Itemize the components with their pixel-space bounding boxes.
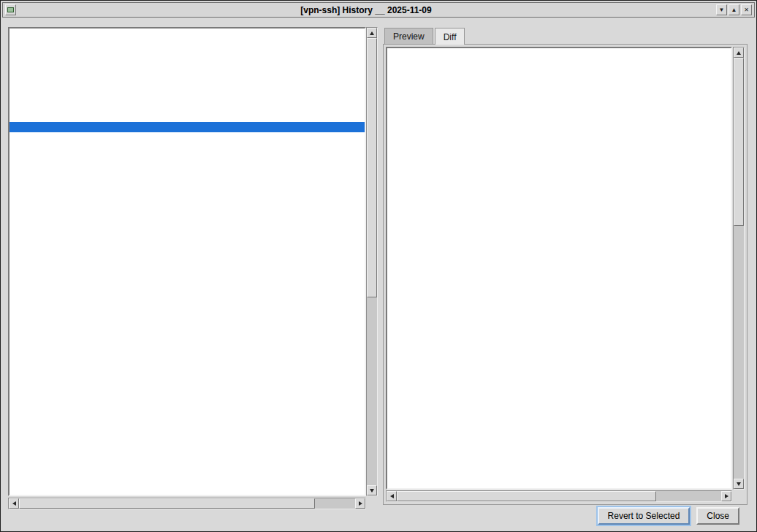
footer-actions: Revert to Selected Close xyxy=(598,507,739,525)
diff-line: What is it? xyxy=(391,96,731,108)
scrollbar-thumb[interactable] xyxy=(397,491,656,501)
scroll-down-button[interactable] xyxy=(734,479,744,489)
history-list-item[interactable]: v64 — 2025-11-09 19:03:16 AEDT · autosav… xyxy=(9,173,365,183)
diff-line: Bold xyxy=(391,248,731,260)
history-list-item[interactable]: v75 — 2025-11-10 10:42:28 AEDT · autosav… xyxy=(9,61,365,71)
scrollbar-thumb[interactable] xyxy=(734,58,744,226)
history-list-item[interactable]: v71 — 2025-11-10 10:41:20 AEDT · autosav… xyxy=(9,102,365,112)
scrollbar-track[interactable] xyxy=(397,491,721,501)
history-list-item[interactable]: v35 — 2025-11-09 16:11:06 AEDT · autosav… xyxy=(9,470,365,480)
history-list-item[interactable]: v51 — 2025-11-09 18:35:42 AEDT · autosav… xyxy=(9,306,365,316)
history-list-item[interactable]: v61 — 2025-11-09 18:57:44 AEDT · autosav… xyxy=(9,204,365,214)
history-list-item[interactable]: v54 — 2025-11-09 18:38:04 AEDT · autosav… xyxy=(9,276,365,286)
history-list-item[interactable]: v69 — 2025-11-10 07:59:37 AEDT · Uncheck… xyxy=(9,122,365,132)
titlebar[interactable]: [vpn-ssh] History __ 2025-11-09 ▼ ▲ ✕ xyxy=(2,2,755,18)
scrollbar-track[interactable] xyxy=(734,58,744,479)
tab-preview[interactable]: Preview xyxy=(384,28,433,44)
scroll-up-button[interactable] xyxy=(367,28,377,38)
history-list-item[interactable]: v67 — 2025-11-09 19:07:07 AEDT · autosav… xyxy=(9,142,365,153)
history-list-item[interactable]: v41 — 2025-11-09 16:16:09 AEDT · autosav… xyxy=(9,408,365,419)
history-horizontal-scrollbar[interactable] xyxy=(8,498,366,509)
scrollbar-thumb[interactable] xyxy=(19,498,315,509)
history-list-item[interactable]: v38 — 2025-11-09 16:13:57 AEDT · autosav… xyxy=(9,439,365,449)
diff-line xyxy=(391,143,731,155)
history-list-item[interactable]: v39 — 2025-11-09 16:14:56 AEDT · autosav… xyxy=(9,429,365,439)
diff-horizontal-scrollbar[interactable] xyxy=(386,490,732,502)
history-list-item[interactable]: v74 — 2025-11-10 10:42:03 AEDT · autosav… xyxy=(9,71,365,81)
app-icon-glyph xyxy=(7,7,14,12)
revert-to-selected-button[interactable]: Revert to Selected xyxy=(598,507,691,525)
version-history-list[interactable]: v78 — 2025-11-10 10:44:15 AEDT · autosav… xyxy=(8,27,366,496)
history-list-item[interactable]: v76 — 2025-11-10 10:42:41 AEDT · autosav… xyxy=(9,50,365,61)
maximize-button[interactable]: ▲ xyxy=(729,4,739,15)
history-list-item[interactable]: v44 — 2025-11-09 16:18:50 AEDT · autosav… xyxy=(9,378,365,388)
diff-line: can go here as well. xyxy=(391,307,731,319)
history-list-item[interactable]: v37 — 2025-11-09 16:13:04 AEDT · autosav… xyxy=(9,449,365,460)
history-list-item[interactable]: v66 — 2025-11-09 19:05:02 AEDT · autosav… xyxy=(9,153,365,163)
arrow-right-icon xyxy=(359,501,362,506)
diff-line: + Bouquin is a simple notepad editor whe… xyxy=(391,132,731,143)
maximize-icon: ▲ xyxy=(731,7,737,13)
scrollbar-thumb[interactable] xyxy=(367,38,377,297)
history-list-item[interactable]: v65 — 2025-11-09 19:04:34 AEDT · autosav… xyxy=(9,163,365,173)
minimize-button[interactable]: ▼ xyxy=(716,4,727,15)
scrollbar-track[interactable] xyxy=(367,38,377,485)
diff-line: @@ -22,18 +21,33 @@ xyxy=(391,272,731,284)
history-list-item[interactable]: v49 — 2025-11-09 18:34:29 AEDT · autosav… xyxy=(9,327,365,337)
tab-preview-label: Preview xyxy=(393,31,425,42)
diff-line: And basic code blocks xyxy=(391,295,731,307)
scroll-left-button[interactable] xyxy=(9,498,19,509)
diff-output[interactable]: --- current +++ selected @@ -2,7 +2,7 @@… xyxy=(386,47,732,490)
history-list-item[interactable]: v63 — 2025-11-09 19:00:13 AEDT · autosav… xyxy=(9,183,365,194)
history-list-item[interactable]: v58 — 2025-11-09 18:54:43 AEDT · autosav… xyxy=(9,235,365,245)
history-vertical-scrollbar[interactable] xyxy=(366,27,378,496)
scroll-right-button[interactable] xyxy=(721,491,731,501)
history-list-item[interactable]: v45 — 2025-11-09 18:28:13 AEDT · autosav… xyxy=(9,368,365,378)
history-list-item[interactable]: v33 — 2025-11-09 16:05:01 AEDT · autosav… xyxy=(9,490,365,496)
diff-line: - Bouquin is a simple notepad editor whe… xyxy=(391,120,731,132)
history-list-item[interactable]: v73 — 2025-11-10 10:41:42 AEDT · autosav… xyxy=(9,81,365,91)
scrollbar-track[interactable] xyxy=(19,498,355,509)
history-list-item[interactable]: v36 — 2025-11-09 16:12:36 AEDT · autosav… xyxy=(9,460,365,470)
diff-line: There is full version control via the 'V… xyxy=(391,482,731,490)
history-list-item[interactable]: v34 — 2025-11-09 16:05:20 AEDT · autosav… xyxy=(9,480,365,490)
history-list-item[interactable]: v40 — 2025-11-09 16:15:38 AEDT · autosav… xyxy=(9,419,365,429)
scroll-down-button[interactable] xyxy=(367,485,377,495)
history-list-item[interactable]: v55 — 2025-11-09 18:38:17 AEDT · autosav… xyxy=(9,265,365,276)
history-list-item[interactable]: v56 — 2025-11-09 18:41:20 AEDT · autosav… xyxy=(9,255,365,265)
history-list-item[interactable]: v68 — 2025-11-09 19:08:09 AEDT · autosav… xyxy=(9,132,365,142)
history-list-item[interactable]: v57 — 2025-11-09 18:54:36 AEDT · autosav… xyxy=(9,245,365,255)
scroll-up-button[interactable] xyxy=(734,48,744,58)
scroll-right-button[interactable] xyxy=(355,498,365,509)
history-list-item[interactable]: v48 — 2025-11-09 18:34:19 AEDT · autosav… xyxy=(9,337,365,347)
diff-line xyxy=(391,436,731,447)
history-list-item[interactable]: v53 — 2025-11-09 18:37:16 AEDT · autosav… xyxy=(9,286,365,296)
history-list-item[interactable]: v60 — 2025-11-09 18:56:51 AEDT · autosav… xyxy=(9,214,365,224)
history-list-item[interactable]: v62 — 2025-11-09 19:00:05 AEDT · autosav… xyxy=(9,194,365,204)
tab-diff[interactable]: Diff xyxy=(435,28,465,45)
scroll-left-button[interactable] xyxy=(387,491,397,501)
arrow-right-icon xyxy=(725,494,729,498)
history-list-item[interactable]: v42 — 2025-11-09 16:16:19 AEDT · autosav… xyxy=(9,398,365,408)
close-button-label: Close xyxy=(707,511,729,521)
history-list-item[interactable]: v59 — 2025-11-09 18:56:44 AEDT · autosav… xyxy=(9,224,365,235)
history-list-item[interactable]: v46 — 2025-11-09 18:31:07 AEDT · autosav… xyxy=(9,357,365,368)
app-icon[interactable] xyxy=(5,4,16,15)
history-list-item[interactable]: v43 — 2025-11-09 16:18:10 AEDT · autosav… xyxy=(9,388,365,398)
close-button[interactable]: ✕ xyxy=(741,4,752,15)
history-list-item[interactable]: v78 — 2025-11-10 10:44:15 AEDT · autosav… xyxy=(9,30,365,40)
diff-line: - You can search for words on all pages,… xyxy=(391,354,731,365)
close-dialog-button[interactable]: Close xyxy=(696,507,739,525)
diff-vertical-scrollbar[interactable] xyxy=(733,47,745,490)
history-list-item[interactable]: v52 — 2025-11-09 18:36:08 AEDT · autosav… xyxy=(9,296,365,306)
diff-line: + You can also search for words on the c… xyxy=(391,400,731,412)
history-list-item[interactable]: v47 — 2025-11-09 18:33:45 AEDT · autosav… xyxy=(9,347,365,357)
history-list-item[interactable]: v50 — 2025-11-09 18:35:18 AEDT · autosav… xyxy=(9,316,365,327)
arrow-down-icon xyxy=(737,482,741,486)
history-list-item[interactable]: v70 — 2025-11-10 10:40:47 AEDT · autosav… xyxy=(9,112,365,122)
history-list-item[interactable]: v72 — 2025-11-10 10:41:30 AEDT · autosav… xyxy=(9,91,365,102)
history-list-item[interactable]: v77 — 2025-11-10 10:43:12 AEDT · autosav… xyxy=(9,40,365,50)
diff-line xyxy=(391,237,731,248)
diff-pane: --- current +++ selected @@ -2,7 +2,7 @@… xyxy=(383,44,748,505)
diff-line: Numbered lists xyxy=(391,213,731,225)
